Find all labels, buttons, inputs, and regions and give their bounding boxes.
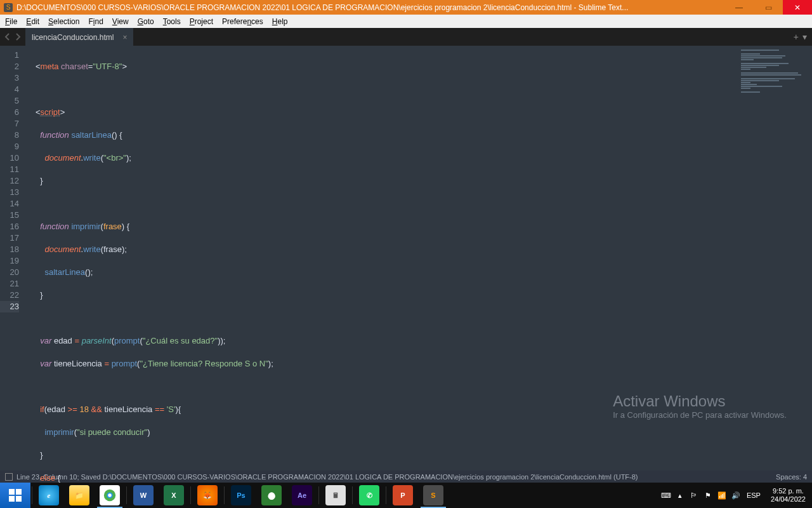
taskbar-calculator[interactable]: 🖩	[320, 483, 351, 508]
tray-clock[interactable]: 9:52 p. m. 24/04/2022	[764, 487, 812, 504]
window-title: D:\DOCUMENTOS\000 CURSOS-VARIOS\ORACLE P…	[16, 3, 628, 12]
menu-selection[interactable]: Selection	[48, 17, 79, 26]
menu-file[interactable]: File	[5, 17, 17, 26]
menu-tools[interactable]: Tools	[163, 17, 181, 26]
menu-bar: File Edit Selection Find View Goto Tools…	[0, 15, 812, 28]
line-number: 20	[0, 267, 19, 278]
nav-forward-icon[interactable]	[14, 33, 22, 41]
watermark-sub: Ir a Configuración de PC para activar Wi…	[613, 410, 787, 420]
line-number: 19	[0, 255, 19, 267]
line-number: 22	[0, 290, 19, 301]
start-button[interactable]	[0, 483, 30, 508]
line-number: 9	[0, 141, 19, 152]
tray-time: 9:52 p. m.	[771, 487, 806, 495]
line-number: 2	[0, 61, 19, 72]
tray-volume-icon[interactable]: 🔊	[729, 483, 743, 508]
line-number: 8	[0, 130, 19, 141]
maximize-button[interactable]: ▭	[754, 0, 783, 15]
tray-chevron-icon[interactable]: ▴	[673, 483, 687, 508]
taskbar-sublime[interactable]: S	[418, 483, 449, 508]
system-tray: ⌨ ▴ 🏳 ⚑ 📶 🔊 ESP 9:52 p. m. 24/04/2022	[659, 483, 812, 508]
line-number: 10	[0, 152, 19, 164]
svg-rect-1	[16, 489, 22, 495]
line-number: 4	[0, 84, 19, 95]
tray-flag-icon[interactable]: 🏳	[687, 483, 701, 508]
nav-back-icon[interactable]	[4, 33, 11, 41]
line-number: 13	[0, 187, 19, 198]
tray-network-icon[interactable]: 📶	[715, 483, 729, 508]
taskbar-whatsapp[interactable]: ✆	[354, 483, 384, 508]
taskbar-powerpoint[interactable]: P	[388, 483, 418, 508]
svg-rect-2	[9, 496, 15, 502]
tab-menu-icon[interactable]: ▾	[802, 32, 807, 42]
line-number: 17	[0, 232, 19, 244]
line-number: 1	[0, 50, 19, 61]
tab-bar: licenciaConduccion.html × + ▾	[0, 28, 812, 46]
line-number: 5	[0, 95, 19, 107]
minimize-button[interactable]: —	[724, 0, 754, 15]
tab-label: licenciaConduccion.html	[32, 33, 114, 42]
menu-find[interactable]: Find	[88, 17, 103, 26]
tray-language[interactable]: ESP	[743, 483, 764, 508]
menu-edit[interactable]: Edit	[26, 17, 39, 26]
taskbar-corel[interactable]: ⬤	[256, 483, 287, 508]
taskbar-aftereffects[interactable]: Ae	[287, 483, 317, 508]
line-number: 15	[0, 210, 19, 221]
taskbar-explorer[interactable]: 📁	[64, 483, 95, 508]
menu-preferences[interactable]: Preferences	[222, 17, 263, 26]
menu-help[interactable]: Help	[272, 17, 288, 26]
tray-action-icon[interactable]: ⚑	[701, 483, 715, 508]
window-titlebar: S D:\DOCUMENTOS\000 CURSOS-VARIOS\ORACLE…	[0, 0, 812, 15]
menu-project[interactable]: Project	[190, 17, 213, 26]
svg-point-6	[108, 493, 112, 497]
new-tab-icon[interactable]: +	[794, 32, 799, 42]
svg-rect-0	[9, 489, 15, 495]
taskbar-photoshop[interactable]: Ps	[226, 483, 256, 508]
line-number: 6	[0, 107, 19, 118]
menu-goto[interactable]: Goto	[138, 17, 154, 26]
tray-keyboard-icon[interactable]: ⌨	[659, 483, 673, 508]
line-number: 3	[0, 72, 19, 84]
line-gutter: 1 2 3 4 5 6 7 8 9 10 11 12 13 14 15 16 1…	[0, 46, 25, 471]
windows-watermark: Activar Windows Ir a Configuración de PC…	[613, 392, 787, 420]
taskbar-excel[interactable]: X	[159, 483, 189, 508]
tray-date: 24/04/2022	[771, 495, 806, 504]
line-number: 11	[0, 164, 19, 175]
line-number: 16	[0, 221, 19, 232]
line-number: 14	[0, 198, 19, 210]
close-button[interactable]: ✕	[783, 0, 812, 15]
tab-nav	[0, 33, 25, 41]
taskbar-chrome[interactable]	[95, 483, 125, 508]
taskbar-firefox[interactable]: 🦊	[192, 483, 223, 508]
watermark-heading: Activar Windows	[613, 392, 787, 410]
tab-close-icon[interactable]: ×	[122, 33, 127, 42]
panel-toggle-icon[interactable]	[5, 473, 13, 481]
line-number: 23	[0, 301, 19, 312]
line-number: 12	[0, 175, 19, 187]
editor: 1 2 3 4 5 6 7 8 9 10 11 12 13 14 15 16 1…	[0, 46, 812, 471]
taskbar-word[interactable]: W	[128, 483, 159, 508]
line-number: 18	[0, 244, 19, 255]
svg-rect-3	[16, 496, 22, 502]
tab-file[interactable]: licenciaConduccion.html ×	[25, 28, 133, 46]
windows-taskbar: e 📁 W X 🦊 Ps ⬤ Ae 🖩 ✆ P S ⌨ ▴ 🏳 ⚑ 📶 🔊 ES…	[0, 483, 812, 508]
taskbar-ie[interactable]: e	[34, 483, 64, 508]
line-number: 21	[0, 278, 19, 290]
line-number: 7	[0, 118, 19, 130]
menu-view[interactable]: View	[112, 17, 129, 26]
app-icon: S	[4, 3, 13, 12]
